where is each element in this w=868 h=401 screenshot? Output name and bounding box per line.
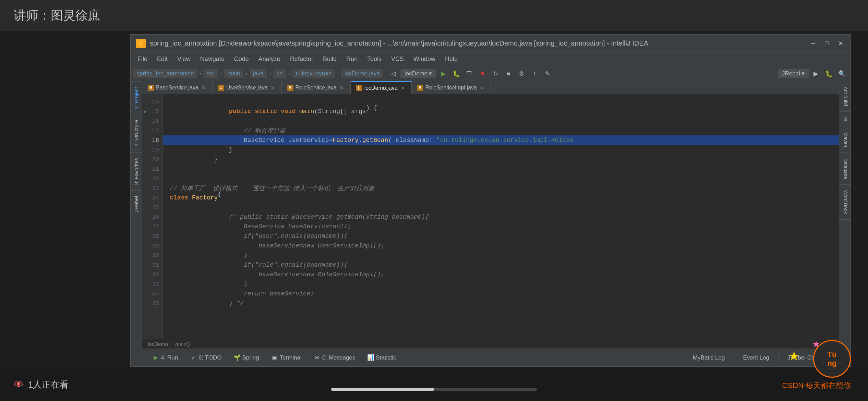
code-line-24: class Factory{	[163, 193, 839, 203]
line-24: 24	[142, 193, 162, 203]
sdk-button[interactable]: ≡	[503, 68, 514, 80]
window-icon: ⚡	[136, 39, 146, 48]
code-content[interactable]: public static void main(String[] args) {…	[163, 94, 839, 339]
todo-panel-button[interactable]: ✓ 6: TODO	[185, 353, 226, 363]
bottom-overlay: 👁 1人正在看	[0, 368, 868, 401]
menu-navigate[interactable]: Navigate	[196, 54, 229, 64]
tab-close-locdemo[interactable]: ✕	[400, 85, 406, 91]
line-27: 27	[142, 222, 162, 231]
run-config-selector[interactable]: locDemo ▾	[400, 69, 436, 78]
sidebar-tab-project[interactable]: 1: Project	[131, 81, 142, 114]
breadcrumb-locdemo[interactable]: locDemo.java	[341, 69, 383, 78]
tab-close-roleserviceimpl[interactable]: ✕	[479, 85, 485, 91]
breadcrumb-main[interactable]: main	[224, 69, 243, 78]
turing-logo: Tüng	[813, 340, 851, 378]
tab-baseservice[interactable]: B BaseService.java ✕	[142, 81, 213, 94]
jrebel-run-button[interactable]: ▶	[810, 68, 822, 80]
run-panel-button[interactable]: ▶ 4: Run	[148, 353, 183, 363]
line-19: 19	[142, 145, 162, 155]
event-log-button[interactable]: Event Log	[738, 353, 774, 363]
breadcrumb-java[interactable]: java	[250, 69, 267, 78]
stop-button[interactable]: ■	[477, 68, 488, 80]
wordbook-tab[interactable]: Word Book	[839, 185, 851, 220]
messages-panel-button[interactable]: ✉ 0: Messages	[309, 353, 360, 363]
tab-userservice[interactable]: U UserService.java ✕	[213, 81, 282, 94]
left-sidebar: 1: Project 2: Structure 3: Favorites JRe…	[131, 81, 142, 366]
menu-view[interactable]: View	[173, 54, 195, 64]
editor-area: B BaseService.java ✕ U UserService.java …	[142, 81, 839, 366]
breadcrumb-locdemo-file: locDemo	[148, 341, 168, 347]
line-26: 26	[142, 212, 162, 222]
maven-tab2[interactable]: Maven	[839, 127, 851, 153]
breadcrumb-tulingxueyuan[interactable]: tulingxueyuan	[292, 69, 335, 78]
breadcrumb-main-method: main()	[175, 341, 190, 347]
progress-bar[interactable]	[331, 388, 537, 391]
tab-locdemo[interactable]: L locDemo.java ✕	[351, 81, 412, 94]
jrebel-debug-button[interactable]: 🐛	[823, 68, 835, 80]
progress-bar-fill	[331, 388, 434, 391]
todo-icon: ✓	[190, 355, 196, 361]
window-titlebar: ⚡ spring_ioc_annotation [D:\ideaworkspac…	[131, 35, 851, 52]
line-29: 29	[142, 241, 162, 251]
line-32: 32	[142, 270, 162, 279]
run-button[interactable]: ▶	[437, 68, 449, 80]
menu-build[interactable]: Build	[319, 54, 341, 64]
annotate-button[interactable]: ✎	[542, 68, 553, 80]
sidebar-tab-structure[interactable]: 2: Structure	[131, 114, 142, 152]
code-line-21	[163, 164, 839, 174]
menu-help[interactable]: Help	[441, 54, 462, 64]
sync-button[interactable]: ↻	[490, 68, 501, 80]
menu-window[interactable]: Window	[409, 54, 439, 64]
statistic-panel-button[interactable]: 📊 Statistic	[363, 353, 401, 363]
code-editor[interactable]: 14 15 16 17 18 19 20 21 22 23 24 25 26 2…	[142, 94, 839, 339]
tab-close-userservice[interactable]: ✕	[270, 85, 276, 91]
code-line-30: }	[163, 251, 839, 260]
editor-tabs: B BaseService.java ✕ U UserService.java …	[142, 81, 839, 94]
code-line-14	[163, 97, 839, 107]
menu-run[interactable]: Run	[342, 54, 362, 64]
tab-close-baseservice[interactable]: ✕	[201, 85, 207, 91]
code-line-16	[163, 116, 839, 126]
git-button[interactable]: ↑	[529, 68, 540, 80]
breadcrumb-src[interactable]: src	[203, 69, 218, 78]
mybatis-log-button[interactable]: MyBatis Log	[688, 353, 730, 363]
ant-build-tab[interactable]: Ant Build	[839, 81, 851, 112]
settings-button[interactable]: ⚙	[516, 68, 527, 80]
terminal-panel-button[interactable]: ▣ Terminal	[267, 353, 306, 363]
menu-analyze[interactable]: Analyze	[254, 54, 285, 64]
breadcrumb-cn[interactable]: cn	[273, 69, 286, 78]
code-line-15: public static void main(String[] args) {	[163, 107, 839, 116]
menu-refactor[interactable]: Refactor	[286, 54, 317, 64]
line-15: 15	[142, 107, 162, 116]
breadcrumb-project[interactable]: spring_ioc_annotation	[133, 69, 197, 78]
menu-file[interactable]: File	[133, 54, 152, 64]
editor-breadcrumb: locDemo › main()	[142, 339, 839, 349]
code-line-29: baseService=new UserServiceImpl();	[163, 241, 839, 251]
coverage-button[interactable]: 🛡	[463, 68, 475, 80]
main-area: 1: Project 2: Structure 3: Favorites JRe…	[131, 81, 851, 366]
menu-bar: File Edit View Navigate Code Analyze Ref…	[131, 52, 851, 66]
maven-tab[interactable]: m	[839, 112, 851, 127]
sidebar-tab-jrebel[interactable]: JRebel	[131, 190, 142, 218]
minimize-button[interactable]: ─	[809, 39, 818, 48]
terminal-icon: ▣	[272, 355, 278, 361]
sidebar-tab-favorites[interactable]: 3: Favorites	[131, 152, 142, 190]
menu-edit[interactable]: Edit	[153, 54, 172, 64]
line-18: 18	[142, 135, 162, 145]
debug-button[interactable]: 🐛	[450, 68, 462, 80]
menu-code[interactable]: Code	[230, 54, 253, 64]
jrebel-selector[interactable]: JRebel ▾	[778, 69, 809, 78]
line-33: 33	[142, 279, 162, 289]
maximize-button[interactable]: □	[822, 39, 831, 48]
database-tab[interactable]: Database	[839, 153, 851, 185]
close-button[interactable]: ✕	[836, 39, 845, 48]
run-icon: ▶	[153, 355, 159, 361]
back-button[interactable]: ◁	[387, 68, 399, 80]
tab-roleservice[interactable]: R RoleService.java ✕	[282, 81, 351, 94]
tab-close-roleservice[interactable]: ✕	[339, 85, 345, 91]
spring-panel-button[interactable]: 🌱 Spring	[229, 353, 264, 363]
tab-roleserviceimpl[interactable]: R RoleServiceImpl.java ✕	[412, 81, 491, 94]
menu-vcs[interactable]: VCS	[387, 54, 408, 64]
search-everywhere-button[interactable]: 🔍	[836, 68, 848, 80]
menu-tools[interactable]: Tools	[363, 54, 386, 64]
